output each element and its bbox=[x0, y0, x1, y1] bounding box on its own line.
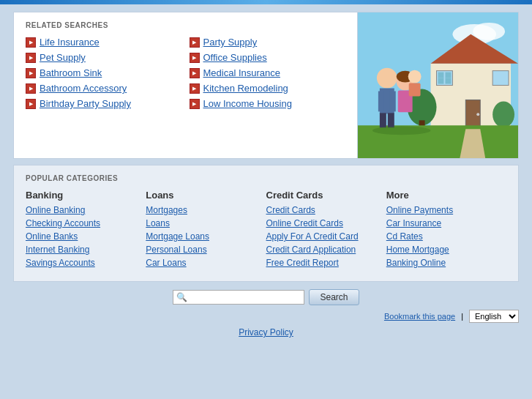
svg-rect-21 bbox=[390, 92, 396, 112]
related-image bbox=[357, 12, 518, 158]
svg-rect-20 bbox=[378, 92, 384, 112]
arrow-icon-2 bbox=[26, 53, 36, 63]
language-select-wrapper: English Spanish French bbox=[469, 310, 519, 323]
family-illustration bbox=[358, 12, 518, 158]
cat-link-cd-rates[interactable]: Cd Rates bbox=[386, 231, 499, 242]
search-link-party-supply[interactable]: Party Supply bbox=[203, 37, 258, 48]
search-link-item: Pet Supply bbox=[26, 52, 182, 63]
search-link-birthday-party-supply[interactable]: Birthday Party Supply bbox=[40, 98, 131, 109]
cat-link-loans[interactable]: Loans bbox=[146, 218, 258, 228]
cat-link-credit-card-application[interactable]: Credit Card Application bbox=[266, 245, 379, 255]
separator: | bbox=[461, 312, 463, 321]
svg-rect-22 bbox=[380, 113, 386, 127]
language-select[interactable]: English Spanish French bbox=[469, 310, 519, 323]
svg-rect-8 bbox=[438, 78, 444, 84]
search-link-item: Medical Insurance bbox=[190, 67, 346, 78]
svg-point-12 bbox=[476, 113, 479, 116]
arrow-icon-6 bbox=[190, 37, 200, 48]
svg-point-15 bbox=[492, 101, 514, 127]
svg-point-18 bbox=[377, 68, 397, 89]
search-link-bathroom-sink[interactable]: Bathroom Sink bbox=[40, 67, 102, 78]
cat-link-credit-cards[interactable]: Credit Cards bbox=[266, 205, 379, 215]
category-col-more: More Online Payments Car Insurance Cd Ra… bbox=[386, 190, 506, 271]
arrow-icon-5 bbox=[26, 99, 36, 109]
search-input-wrapper: 🔍 bbox=[173, 290, 304, 305]
search-link-item: Kitchen Remodeling bbox=[190, 83, 346, 94]
search-button[interactable]: Search bbox=[309, 289, 359, 305]
arrow-icon-9 bbox=[190, 83, 200, 94]
cat-link-internet-banking[interactable]: Internet Banking bbox=[26, 245, 138, 255]
cat-link-car-insurance[interactable]: Car Insurance bbox=[386, 218, 499, 228]
related-searches-grid: Life Insurance Pet Supply Bathroom Sink … bbox=[26, 37, 345, 109]
svg-point-29 bbox=[372, 126, 431, 135]
svg-rect-28 bbox=[409, 83, 421, 97]
search-link-item: Bathroom Accessory bbox=[26, 83, 182, 94]
svg-rect-9 bbox=[445, 78, 451, 84]
svg-rect-7 bbox=[445, 72, 451, 78]
main-wrapper: RELATED SEARCHES Life Insurance Pet Supp… bbox=[0, 4, 532, 345]
category-header-credit-cards: Credit Cards bbox=[266, 190, 379, 201]
cat-link-savings-accounts[interactable]: Savings Accounts bbox=[26, 258, 138, 268]
search-link-kitchen-remodeling[interactable]: Kitchen Remodeling bbox=[203, 83, 288, 94]
privacy-link[interactable]: Privacy Policy bbox=[239, 327, 293, 338]
search-input[interactable] bbox=[190, 292, 296, 302]
arrow-icon-1 bbox=[26, 37, 36, 48]
search-bar-section: 🔍 Search bbox=[13, 289, 519, 305]
related-searches-col-left: Life Insurance Pet Supply Bathroom Sink … bbox=[26, 37, 182, 109]
search-link-item: Office Supplies bbox=[190, 52, 346, 63]
arrow-icon-4 bbox=[26, 83, 36, 94]
cat-link-car-loans[interactable]: Car Loans bbox=[146, 258, 258, 268]
category-header-more: More bbox=[386, 190, 499, 201]
search-link-low-income-housing[interactable]: Low Income Housing bbox=[203, 98, 292, 109]
cat-link-banking-online[interactable]: Banking Online bbox=[386, 258, 499, 268]
bottom-row: Bookmark this page | English Spanish Fre… bbox=[13, 310, 519, 323]
cat-link-mortgages[interactable]: Mortgages bbox=[146, 205, 258, 215]
category-col-loans: Loans Mortgages Loans Mortgage Loans Per… bbox=[146, 190, 266, 271]
category-header-banking: Banking bbox=[26, 190, 138, 201]
svg-point-2 bbox=[473, 23, 505, 40]
category-col-credit-cards: Credit Cards Credit Cards Online Credit … bbox=[266, 190, 386, 271]
search-icon: 🔍 bbox=[176, 292, 187, 302]
cat-link-mortgage-loans[interactable]: Mortgage Loans bbox=[146, 231, 258, 242]
search-link-item: Bathroom Sink bbox=[26, 67, 182, 78]
svg-rect-10 bbox=[492, 71, 509, 86]
svg-rect-6 bbox=[438, 72, 444, 78]
related-searches-col-right: Party Supply Office Supplies Medical Ins… bbox=[190, 37, 346, 109]
search-link-item: Birthday Party Supply bbox=[26, 98, 182, 109]
cat-link-apply-credit-card[interactable]: Apply For A Credit Card bbox=[266, 231, 379, 242]
search-link-office-supplies[interactable]: Office Supplies bbox=[203, 52, 267, 63]
svg-rect-23 bbox=[388, 113, 394, 127]
search-link-bathroom-accessory[interactable]: Bathroom Accessory bbox=[40, 83, 127, 94]
svg-point-27 bbox=[408, 70, 422, 83]
arrow-icon-3 bbox=[26, 68, 36, 78]
privacy-row: Privacy Policy bbox=[13, 327, 519, 338]
category-header-loans: Loans bbox=[146, 190, 258, 201]
cat-link-free-credit-report[interactable]: Free Credit Report bbox=[266, 258, 379, 268]
search-link-item: Party Supply bbox=[190, 37, 346, 48]
cat-link-online-banks[interactable]: Online Banks bbox=[26, 231, 138, 242]
search-link-item: Life Insurance bbox=[26, 37, 182, 48]
related-searches-box: RELATED SEARCHES Life Insurance Pet Supp… bbox=[13, 12, 519, 159]
cat-link-online-banking[interactable]: Online Banking bbox=[26, 205, 138, 215]
related-searches-content: RELATED SEARCHES Life Insurance Pet Supp… bbox=[14, 12, 357, 158]
related-searches-title: RELATED SEARCHES bbox=[26, 21, 345, 29]
category-col-banking: Banking Online Banking Checking Accounts… bbox=[26, 190, 146, 271]
cat-link-online-credit-cards[interactable]: Online Credit Cards bbox=[266, 218, 379, 228]
cat-link-online-payments[interactable]: Online Payments bbox=[386, 205, 499, 215]
cat-link-personal-loans[interactable]: Personal Loans bbox=[146, 245, 258, 255]
search-link-pet-supply[interactable]: Pet Supply bbox=[40, 52, 86, 63]
popular-categories-box: POPULAR CATEGORIES Banking Online Bankin… bbox=[13, 165, 519, 282]
cat-link-home-mortgage[interactable]: Home Mortgage bbox=[386, 245, 499, 255]
bookmark-link[interactable]: Bookmark this page bbox=[384, 312, 455, 321]
search-link-item: Low Income Housing bbox=[190, 98, 346, 109]
popular-categories-title: POPULAR CATEGORIES bbox=[26, 174, 506, 182]
arrow-icon-8 bbox=[190, 68, 200, 78]
search-link-life-insurance[interactable]: Life Insurance bbox=[40, 37, 100, 48]
categories-grid: Banking Online Banking Checking Accounts… bbox=[26, 190, 506, 271]
cat-link-checking-accounts[interactable]: Checking Accounts bbox=[26, 218, 138, 228]
arrow-icon-7 bbox=[190, 53, 200, 63]
search-link-medical-insurance[interactable]: Medical Insurance bbox=[203, 67, 281, 78]
arrow-icon-10 bbox=[190, 99, 200, 109]
